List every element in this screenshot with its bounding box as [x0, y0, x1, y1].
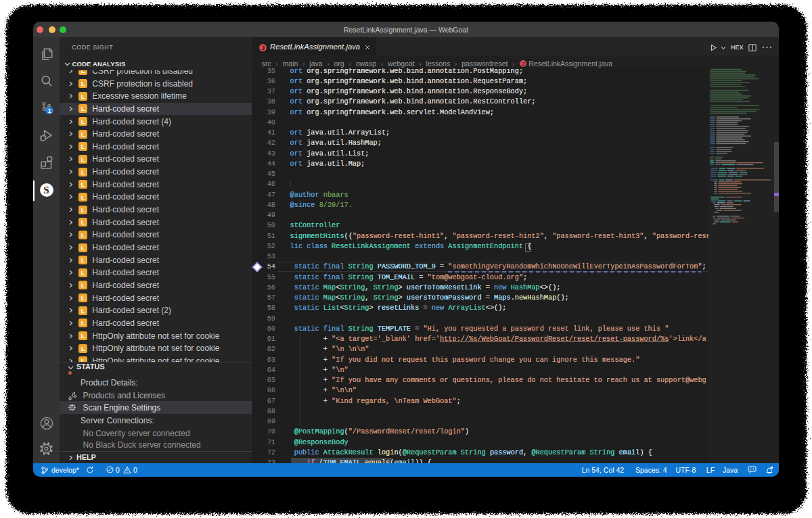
svg-text:J: J	[261, 44, 265, 51]
svg-text:1: 1	[47, 108, 51, 114]
svg-text:J: J	[522, 61, 524, 67]
